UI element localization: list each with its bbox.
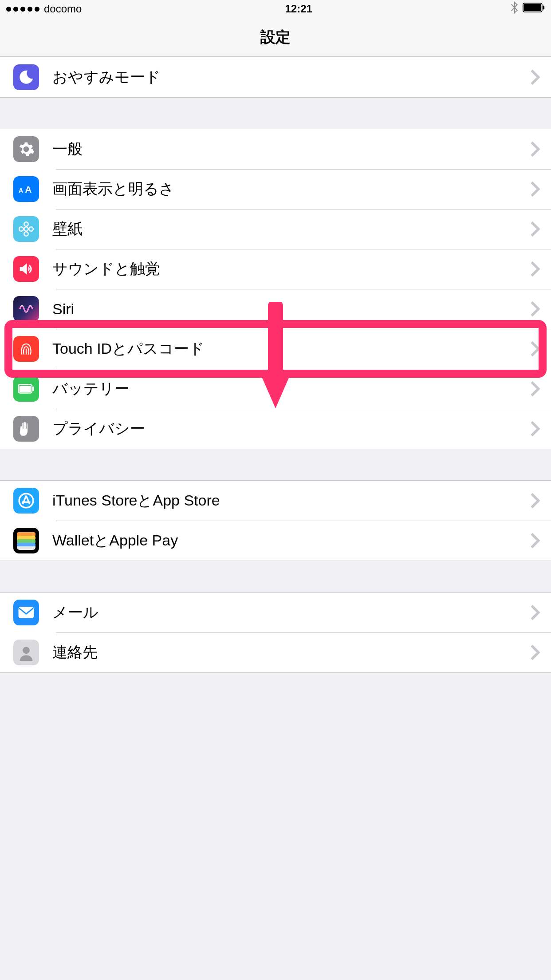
row-display[interactable]: AA 画面表示と明るさ <box>0 169 551 209</box>
wallet-icon <box>13 528 39 553</box>
svg-point-6 <box>24 222 28 226</box>
chevron-right-icon <box>530 181 540 198</box>
page-title: 設定 <box>260 27 291 47</box>
row-sound[interactable]: サウンドと触覚 <box>0 249 551 289</box>
clock-label: 12:21 <box>285 3 312 15</box>
moon-icon <box>13 64 39 90</box>
siri-icon <box>13 296 39 322</box>
svg-point-9 <box>29 227 33 231</box>
svg-point-8 <box>19 227 24 231</box>
carrier-label: docomo <box>44 3 82 15</box>
row-label: バッテリー <box>52 379 530 399</box>
chevron-right-icon <box>530 69 540 86</box>
bluetooth-icon <box>511 1 518 16</box>
row-label: プライバシー <box>52 419 530 439</box>
contact-silhouette-icon <box>13 640 39 665</box>
row-label: WalletとApple Pay <box>52 530 530 551</box>
chevron-right-icon <box>530 300 540 317</box>
hand-icon <box>13 416 39 442</box>
row-label: サウンドと触覚 <box>52 259 530 279</box>
svg-text:A: A <box>25 184 31 194</box>
svg-rect-12 <box>32 387 34 391</box>
row-label: おやすみモード <box>52 67 530 87</box>
row-label: iTunes StoreとApp Store <box>52 490 530 511</box>
row-wallet[interactable]: WalletとApple Pay <box>0 521 551 561</box>
chevron-right-icon <box>530 492 540 509</box>
envelope-icon <box>13 600 39 625</box>
row-dnd[interactable]: おやすみモード <box>0 57 551 97</box>
row-general[interactable]: 一般 <box>0 129 551 169</box>
battery-full-icon <box>13 376 39 402</box>
chevron-right-icon <box>530 141 540 158</box>
row-label: メール <box>52 602 530 623</box>
svg-text:A: A <box>19 187 23 194</box>
chevron-right-icon <box>530 380 540 397</box>
appstore-icon <box>13 488 39 514</box>
row-wallpaper[interactable]: 壁紙 <box>0 209 551 249</box>
row-label: 一般 <box>52 139 530 159</box>
speaker-icon <box>13 256 39 282</box>
row-battery[interactable]: バッテリー <box>0 369 551 409</box>
svg-point-15 <box>23 647 30 654</box>
signal-strength-icon <box>6 7 39 12</box>
settings-group-2: iTunes StoreとApp Store WalletとApple Pay <box>0 480 551 561</box>
svg-point-13 <box>19 494 33 508</box>
status-bar: docomo 12:21 <box>0 0 551 18</box>
svg-point-5 <box>24 227 28 231</box>
navbar: 設定 <box>0 18 551 57</box>
chevron-right-icon <box>530 340 540 357</box>
row-label: Touch IDとパスコード <box>52 339 530 359</box>
row-mail[interactable]: メール <box>0 593 551 632</box>
text-size-icon: AA <box>13 176 39 202</box>
settings-group-0: おやすみモード <box>0 57 551 98</box>
chevron-right-icon <box>530 604 540 621</box>
row-label: 壁紙 <box>52 219 530 239</box>
chevron-right-icon <box>530 420 540 437</box>
svg-rect-14 <box>19 607 34 618</box>
flower-icon <box>13 216 39 242</box>
settings-group-1: 一般 AA 画面表示と明るさ 壁紙 サウンドと触覚 Siri Touch <box>0 129 551 449</box>
chevron-right-icon <box>530 221 540 237</box>
svg-rect-2 <box>543 6 545 10</box>
row-privacy[interactable]: プライバシー <box>0 409 551 449</box>
row-contacts[interactable]: 連絡先 <box>0 632 551 672</box>
row-label: Siri <box>52 300 530 318</box>
chevron-right-icon <box>530 532 540 549</box>
row-touchid[interactable]: Touch IDとパスコード <box>0 329 551 369</box>
chevron-right-icon <box>530 261 540 277</box>
fingerprint-icon <box>13 336 39 362</box>
row-label: 画面表示と明るさ <box>52 179 530 199</box>
gear-icon <box>13 136 39 162</box>
row-itunes[interactable]: iTunes StoreとApp Store <box>0 481 551 521</box>
row-label: 連絡先 <box>52 642 530 663</box>
svg-point-7 <box>24 232 28 236</box>
battery-icon <box>523 3 545 15</box>
row-siri[interactable]: Siri <box>0 289 551 329</box>
svg-rect-1 <box>524 4 541 11</box>
svg-rect-11 <box>20 386 31 392</box>
chevron-right-icon <box>530 644 540 661</box>
settings-group-3: メール 連絡先 <box>0 592 551 673</box>
